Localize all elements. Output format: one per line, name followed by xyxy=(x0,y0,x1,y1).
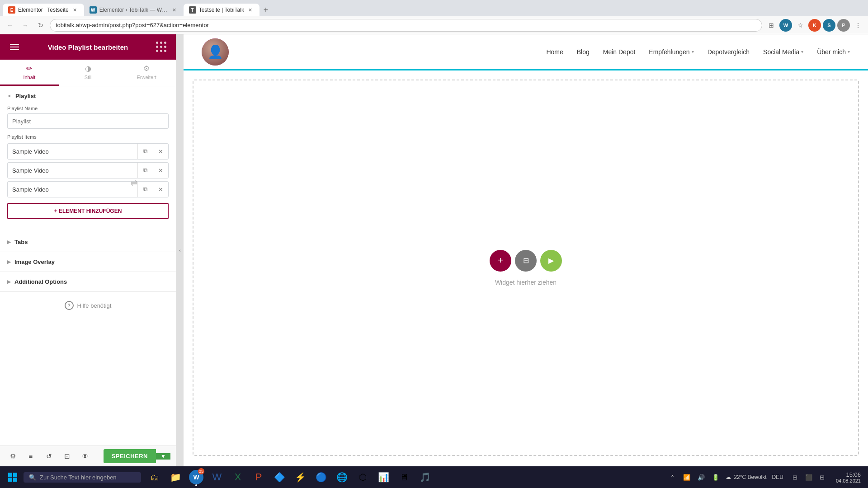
save-main-button[interactable]: SPEICHERN xyxy=(104,449,156,463)
tab-close-3[interactable]: ✕ xyxy=(247,6,254,14)
delete-item-3-button[interactable]: ✕ xyxy=(153,182,168,197)
tray-battery-icon[interactable]: 🔋 xyxy=(709,471,722,483)
playlist-item-1-actions: ⧉ ✕ xyxy=(137,144,168,159)
taskbar-app-excel[interactable]: X xyxy=(228,467,248,487)
user-profile-icon[interactable]: K xyxy=(808,19,821,32)
grid-menu-button[interactable] xyxy=(154,40,169,54)
taskbar-app-powerpoint[interactable]: P xyxy=(249,467,269,487)
history-bottom-icon[interactable]: ↺ xyxy=(42,449,56,464)
taskbar-app-1[interactable]: 🔷 xyxy=(269,467,289,487)
tray-clock[interactable]: 15:06 04.08.2021 xyxy=(832,471,864,483)
nav-ueber-mich[interactable]: Über mich ▾ xyxy=(817,48,850,56)
reload-button[interactable]: ↻ xyxy=(34,19,47,32)
tab-inhalt[interactable]: ✏ Inhalt xyxy=(0,60,59,86)
tray-icon-extra3[interactable]: ⊞ xyxy=(816,471,829,483)
nav-blog-label: Blog xyxy=(577,48,590,56)
user-account-icon[interactable]: P xyxy=(837,19,850,32)
tray-network-icon[interactable]: 📶 xyxy=(680,471,693,483)
copy-item-3-button[interactable]: ⧉ xyxy=(137,182,153,197)
playlist-items-field: Playlist Items Sample Video ⧉ ✕ Sample V xyxy=(7,134,169,219)
start-button[interactable] xyxy=(4,469,22,485)
preview-bottom-icon[interactable]: 👁 xyxy=(78,449,92,464)
taskbar-app-5[interactable]: 📊 xyxy=(373,467,393,487)
erweitert-icon: ⚙ xyxy=(143,64,150,73)
content-area: + ⊟ ▶ Widget hierher ziehen xyxy=(184,70,868,465)
playlist-arrow-icon: ▼ xyxy=(7,94,12,99)
taskbar-app-6[interactable]: 🖥 xyxy=(394,467,414,487)
address-bar[interactable]: tobitalk.at/wp-admin/post.php?post=627&a… xyxy=(50,19,762,32)
copy-item-2-button[interactable]: ⧉ xyxy=(137,163,153,178)
star-icon[interactable]: ☆ xyxy=(794,19,807,32)
tabs-section-header[interactable]: ▶ Tabs xyxy=(0,232,176,252)
tab-close-2[interactable]: ✕ xyxy=(171,6,178,14)
image-overlay-section-header[interactable]: ▶ Image Overlay xyxy=(0,252,176,272)
tray-volume-icon[interactable]: 🔊 xyxy=(695,471,708,483)
delete-item-1-button[interactable]: ✕ xyxy=(153,144,168,159)
taskbar-app-2[interactable]: ⚡ xyxy=(290,467,310,487)
nav-depotvergleich[interactable]: Depotvergleich xyxy=(708,48,750,56)
profile-icon[interactable]: W xyxy=(779,19,792,32)
image-overlay-section-title: Image Overlay xyxy=(14,258,55,265)
forward-button[interactable]: → xyxy=(19,19,32,32)
delete-item-2-button[interactable]: ✕ xyxy=(153,163,168,178)
site-logo-avatar: 👤 xyxy=(202,38,229,66)
taskbar-app-4[interactable]: ⬡ xyxy=(353,467,373,487)
tray-icon-extra1[interactable]: ⊟ xyxy=(789,471,802,483)
nav-mein-depot[interactable]: Mein Depot xyxy=(603,48,636,56)
taskbar-search-bar[interactable]: 🔍 Zur Suche Text hier eingeben xyxy=(24,472,141,483)
panel-collapse-handle[interactable]: ‹ xyxy=(176,34,184,466)
taskbar-app-word[interactable]: W xyxy=(207,467,227,487)
tab-close-1[interactable]: ✕ xyxy=(71,6,79,14)
sync-icon[interactable]: S xyxy=(823,19,835,32)
main-area: Video Playlist bearbeiten ✏ Inhalt ◑ Sti… xyxy=(0,34,868,466)
image-overlay-arrow-icon: ▶ xyxy=(7,259,11,264)
tab-stil[interactable]: ◑ Stil xyxy=(59,60,118,86)
clock-date: 04.08.2021 xyxy=(836,478,861,483)
menu-icon[interactable]: ⋮ xyxy=(852,19,864,32)
nav-empfehlungen[interactable]: Empfehlungen ▾ xyxy=(649,48,693,56)
nav-home[interactable]: Home xyxy=(546,48,563,56)
settings-bottom-icon[interactable]: ⚙ xyxy=(5,449,20,464)
nav-depotvergleich-label: Depotvergleich xyxy=(708,48,750,56)
browser-tab-2[interactable]: W Elementor ‹ TobiTalk — WordPre… ✕ xyxy=(84,4,184,16)
tray-icon-extra2[interactable]: ⬛ xyxy=(802,471,815,483)
settings-widget-button[interactable]: ▶ xyxy=(540,250,562,272)
save-dropdown-button[interactable]: ▼ xyxy=(156,453,170,460)
playlist-item-2-actions: ⧉ ✕ xyxy=(137,163,168,178)
search-icon: 🔍 xyxy=(29,474,36,481)
additional-options-section-header[interactable]: ▶ Additional Options xyxy=(0,272,176,291)
layers-bottom-icon[interactable]: ≡ xyxy=(24,449,38,464)
taskbar-app-chrome[interactable]: 🌐 xyxy=(332,467,352,487)
taskbar-app-spotify[interactable]: 🎵 xyxy=(415,467,435,487)
taskbar-app-3[interactable]: 🔵 xyxy=(311,467,331,487)
taskbar-app-files[interactable]: 📁 xyxy=(165,467,185,487)
responsive-bottom-icon[interactable]: ⊡ xyxy=(60,449,74,464)
panel-title: Video Playlist bearbeiten xyxy=(22,43,154,51)
site-navigation: Home Blog Mein Depot Empfehlungen ▾ Depo… xyxy=(546,48,850,56)
app-badge: 25 xyxy=(198,468,204,474)
browser-toolbar: ← → ↻ tobitalk.at/wp-admin/post.php?post… xyxy=(0,16,868,34)
taskbar-app-explorer[interactable]: 🗂 xyxy=(145,467,165,487)
add-element-button[interactable]: + ELEMENT HINZUFÜGEN xyxy=(7,203,169,219)
hamburger-menu[interactable] xyxy=(7,40,22,54)
move-widget-button[interactable]: ⊟ xyxy=(515,250,537,272)
toolbar-icons: ⊞ W ☆ K S P ⋮ xyxy=(765,19,864,32)
tab-inhalt-label: Inhalt xyxy=(23,75,35,80)
new-tab-button[interactable]: + xyxy=(259,4,272,16)
copy-item-1-button[interactable]: ⧉ xyxy=(137,144,153,159)
playlist-name-input[interactable] xyxy=(7,113,169,129)
nav-social-media[interactable]: Social Media ▾ xyxy=(763,48,803,56)
add-widget-button[interactable]: + xyxy=(490,250,511,272)
back-button[interactable]: ← xyxy=(4,19,16,32)
browser-tab-1[interactable]: E Elementor | Testseite ✕ xyxy=(3,4,84,16)
taskbar-app-wp25[interactable]: W 25 xyxy=(186,467,206,487)
tab-erweitert[interactable]: ⚙ Erweitert xyxy=(117,60,176,86)
nav-blog[interactable]: Blog xyxy=(577,48,590,56)
additional-options-section-title: Additional Options xyxy=(14,278,67,285)
drag-handle-icon[interactable]: ⇌ xyxy=(131,178,137,188)
browser-tab-3[interactable]: T Testseite | TobiTalk ✕ xyxy=(184,4,259,16)
panel-footer[interactable]: ? Hilfe benötigt xyxy=(0,292,176,319)
tray-up-arrow[interactable]: ⌃ xyxy=(666,471,679,483)
playlist-section-header[interactable]: ▼ Playlist xyxy=(0,86,176,106)
extensions-icon[interactable]: ⊞ xyxy=(765,19,778,32)
